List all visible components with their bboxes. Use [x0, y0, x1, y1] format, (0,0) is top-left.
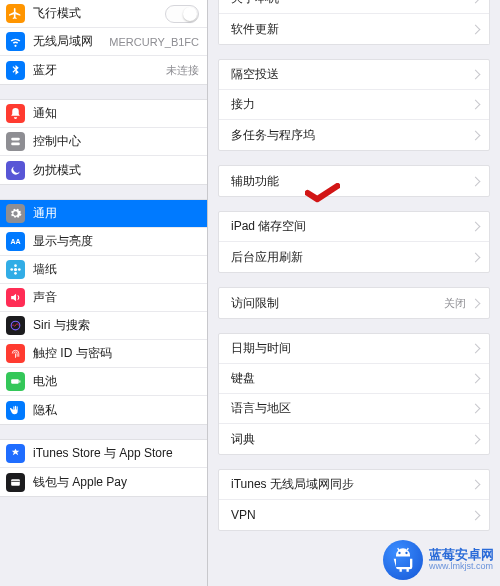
- chevron-right-icon: [471, 434, 481, 444]
- sidebar-group-device: 通用 AA 显示与亮度 墙纸 声音 Siri 与搜索: [0, 199, 207, 425]
- svg-point-5: [14, 272, 17, 275]
- sidebar-item-label: 无线局域网: [33, 33, 109, 50]
- chevron-right-icon: [471, 252, 481, 262]
- sidebar-item-itunes[interactable]: iTunes Store 与 App Store: [0, 440, 207, 468]
- sidebar-item-dnd[interactable]: 勿扰模式: [0, 156, 207, 184]
- detail-label: 访问限制: [231, 295, 444, 312]
- detail-row-multitask[interactable]: 多任务与程序坞: [219, 120, 489, 150]
- svg-rect-12: [11, 480, 20, 481]
- sidebar-group-alerts: 通知 控制中心 勿扰模式: [0, 99, 207, 185]
- detail-row-handoff[interactable]: 接力: [219, 90, 489, 120]
- sidebar-item-label: 通知: [33, 105, 199, 122]
- sidebar-item-display[interactable]: AA 显示与亮度: [0, 228, 207, 256]
- svg-point-4: [14, 264, 17, 267]
- svg-rect-0: [11, 138, 20, 141]
- detail-row-restrictions[interactable]: 访问限制 关闭: [219, 288, 489, 318]
- detail-row-update[interactable]: 软件更新: [219, 14, 489, 44]
- hand-icon: [6, 401, 25, 420]
- sidebar-item-label: 墙纸: [33, 261, 199, 278]
- detail-row-bgrefresh[interactable]: 后台应用刷新: [219, 242, 489, 272]
- detail-label: VPN: [231, 508, 472, 522]
- sidebar-item-airplane[interactable]: 飞行模式: [0, 0, 207, 28]
- sidebar-item-battery[interactable]: 电池: [0, 368, 207, 396]
- sidebar-item-label: 钱包与 Apple Pay: [33, 474, 199, 491]
- detail-label: 后台应用刷新: [231, 249, 472, 266]
- bluetooth-value: 未连接: [166, 63, 199, 78]
- detail-row-langregion[interactable]: 语言与地区: [219, 394, 489, 424]
- chevron-right-icon: [471, 100, 481, 110]
- sidebar-item-siri[interactable]: Siri 与搜索: [0, 312, 207, 340]
- svg-point-7: [18, 268, 21, 271]
- detail-label: 键盘: [231, 370, 472, 387]
- detail-label: 软件更新: [231, 21, 472, 38]
- sidebar-item-label: 显示与亮度: [33, 233, 199, 250]
- detail-group: iTunes 无线局域网同步 VPN: [218, 469, 490, 531]
- detail-label: 关于本机: [231, 0, 472, 7]
- detail-value: 关闭: [444, 296, 466, 311]
- detail-label: iPad 储存空间: [231, 218, 472, 235]
- detail-label: iTunes 无线局域网同步: [231, 476, 472, 493]
- sidebar-item-label: 声音: [33, 289, 199, 306]
- wifi-icon: [6, 32, 25, 51]
- detail-row-datetime[interactable]: 日期与时间: [219, 334, 489, 364]
- sidebar-item-label: Siri 与搜索: [33, 317, 199, 334]
- sidebar-item-wallpaper[interactable]: 墙纸: [0, 256, 207, 284]
- chevron-right-icon: [471, 480, 481, 490]
- sidebar-group-store: iTunes Store 与 App Store 钱包与 Apple Pay: [0, 439, 207, 497]
- detail-label: 隔空投送: [231, 66, 472, 83]
- sidebar-item-notifications[interactable]: 通知: [0, 100, 207, 128]
- chevron-right-icon: [471, 404, 481, 414]
- chevron-right-icon: [471, 374, 481, 384]
- detail-label: 辅助功能: [231, 173, 472, 190]
- settings-sidebar: 飞行模式 无线局域网 MERCURY_B1FC 蓝牙 未连接 通知: [0, 0, 208, 586]
- sidebar-item-label: 蓝牙: [33, 62, 166, 79]
- chevron-right-icon: [471, 130, 481, 140]
- sidebar-item-controlcenter[interactable]: 控制中心: [0, 128, 207, 156]
- detail-row-storage[interactable]: iPad 储存空间: [219, 212, 489, 242]
- sidebar-item-label: 电池: [33, 373, 199, 390]
- chevron-right-icon: [471, 24, 481, 34]
- appstore-icon: [6, 444, 25, 463]
- detail-row-airdrop[interactable]: 隔空投送: [219, 60, 489, 90]
- detail-row-dictionary[interactable]: 词典: [219, 424, 489, 454]
- battery-icon: [6, 372, 25, 391]
- detail-group: 访问限制 关闭: [218, 287, 490, 319]
- detail-group: 辅助功能: [218, 165, 490, 197]
- sidebar-item-label: 勿扰模式: [33, 162, 199, 179]
- chevron-right-icon: [471, 70, 481, 80]
- sidebar-item-touchid[interactable]: 触控 ID 与密码: [0, 340, 207, 368]
- chevron-right-icon: [471, 510, 481, 520]
- chevron-right-icon: [471, 298, 481, 308]
- airplane-toggle[interactable]: [165, 5, 199, 23]
- svg-rect-9: [11, 379, 19, 383]
- sidebar-item-label: 隐私: [33, 402, 199, 419]
- siri-icon: [6, 316, 25, 335]
- sidebar-item-label: 通用: [33, 205, 199, 222]
- detail-group: 隔空投送 接力 多任务与程序坞: [218, 59, 490, 151]
- moon-icon: [6, 161, 25, 180]
- sidebar-item-wallet[interactable]: 钱包与 Apple Pay: [0, 468, 207, 496]
- svg-rect-10: [19, 380, 20, 382]
- sidebar-item-general[interactable]: 通用: [0, 200, 207, 228]
- detail-group: 关于本机 软件更新: [218, 0, 490, 45]
- chevron-right-icon: [471, 0, 481, 3]
- chevron-right-icon: [471, 222, 481, 232]
- sidebar-item-label: 飞行模式: [33, 5, 165, 22]
- detail-row-about[interactable]: 关于本机: [219, 0, 489, 14]
- display-icon: AA: [6, 232, 25, 251]
- wifi-value: MERCURY_B1FC: [109, 36, 199, 48]
- sidebar-item-wifi[interactable]: 无线局域网 MERCURY_B1FC: [0, 28, 207, 56]
- chevron-right-icon: [471, 344, 481, 354]
- detail-row-itunessync[interactable]: iTunes 无线局域网同步: [219, 470, 489, 500]
- detail-group: iPad 储存空间 后台应用刷新: [218, 211, 490, 273]
- detail-row-keyboard[interactable]: 键盘: [219, 364, 489, 394]
- sidebar-item-sound[interactable]: 声音: [0, 284, 207, 312]
- detail-label: 日期与时间: [231, 340, 472, 357]
- sidebar-item-bluetooth[interactable]: 蓝牙 未连接: [0, 56, 207, 84]
- detail-row-vpn[interactable]: VPN: [219, 500, 489, 530]
- bluetooth-icon: [6, 61, 25, 80]
- detail-label: 词典: [231, 431, 472, 448]
- sidebar-item-privacy[interactable]: 隐私: [0, 396, 207, 424]
- detail-label: 接力: [231, 96, 472, 113]
- detail-row-accessibility[interactable]: 辅助功能: [219, 166, 489, 196]
